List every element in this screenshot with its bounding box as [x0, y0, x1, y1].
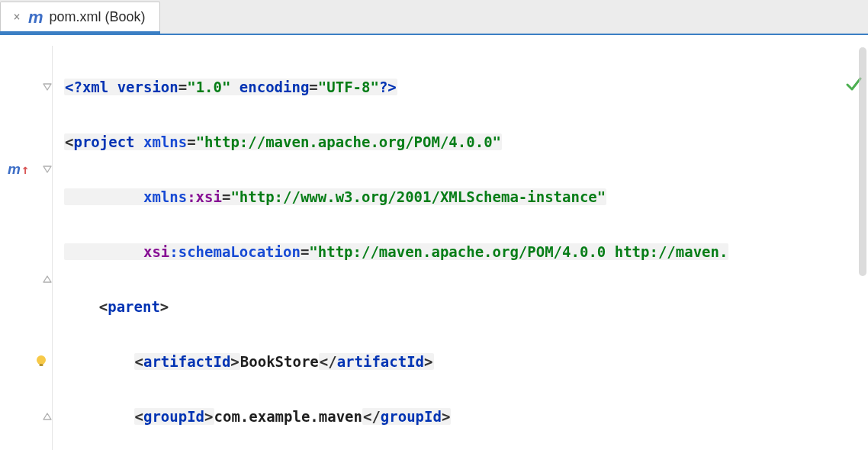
- editor-tab-pom[interactable]: × m pom.xml (Book): [0, 2, 160, 34]
- gutter-separator: [52, 46, 53, 450]
- editor-tab-label: pom.xml (Book): [50, 9, 146, 25]
- fold-end-marker[interactable]: [42, 265, 53, 293]
- gutter: m↑: [0, 35, 63, 450]
- maven-reload-icon[interactable]: m↑: [8, 156, 29, 183]
- editor-tab-bar: × m pom.xml (Book): [0, 0, 868, 34]
- code-area[interactable]: <?xml version="1.0" encoding="UTF-8"?> <…: [63, 35, 868, 450]
- inspection-ok-icon[interactable]: [775, 46, 862, 128]
- parent-artifactid: BookStore: [240, 353, 319, 370]
- fold-toggle[interactable]: [42, 156, 53, 183]
- svg-rect-1: [40, 364, 43, 366]
- editor[interactable]: m↑: [0, 34, 868, 450]
- close-icon[interactable]: ×: [11, 12, 22, 23]
- attr-xmlns-xsi: "http://www.w3.org/2001/XMLSchema-instan…: [230, 188, 606, 205]
- vertical-scrollbar[interactable]: [859, 47, 866, 276]
- intention-bulb-icon[interactable]: [34, 348, 49, 375]
- svg-point-0: [37, 355, 46, 365]
- xml-decl-encoding: "UTF-8": [318, 79, 379, 95]
- attr-schema-location: "http://maven.apache.org/POM/4.0.0 http:…: [309, 243, 728, 260]
- fold-toggle[interactable]: [42, 73, 53, 101]
- maven-icon: m: [28, 9, 43, 26]
- xml-decl-version: "1.0": [187, 79, 230, 95]
- parent-groupid: com.example.maven: [214, 408, 362, 425]
- fold-end-marker[interactable]: [42, 403, 53, 430]
- ide-root: × m pom.xml (Book) m↑: [0, 0, 868, 450]
- attr-xmlns: "http://maven.apache.org/POM/4.0.0": [196, 133, 501, 150]
